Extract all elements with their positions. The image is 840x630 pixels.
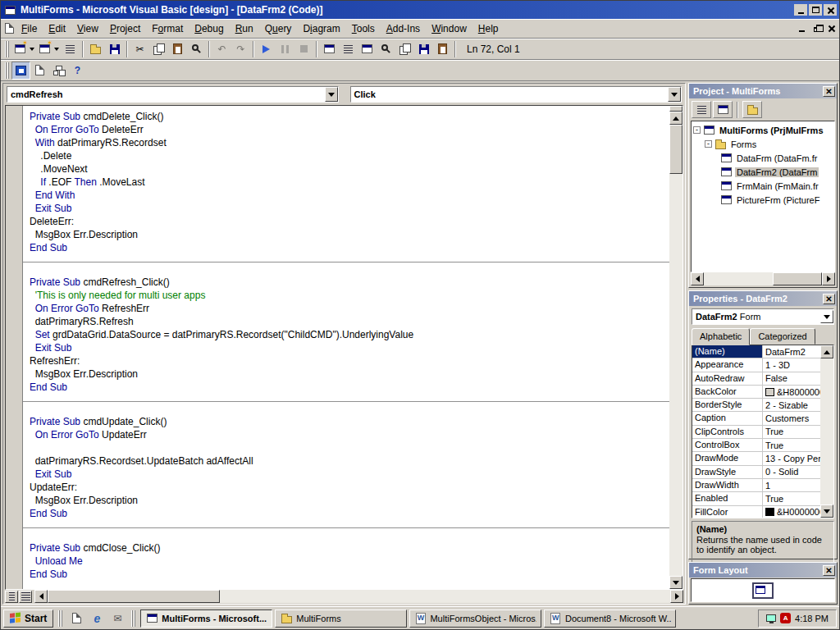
- view-object-button[interactable]: [713, 101, 733, 118]
- project-explorer-button[interactable]: [320, 40, 339, 58]
- taskbar-task-1[interactable]: MultiForms - Microsoft...: [140, 609, 272, 628]
- scrollbar-track[interactable]: [820, 358, 833, 504]
- menu-window[interactable]: Window: [426, 21, 472, 37]
- properties-panel-close-button[interactable]: ✕: [823, 294, 835, 304]
- show-desktop-button[interactable]: [67, 609, 85, 628]
- procedure-view-button[interactable]: [5, 591, 18, 603]
- taskbar-grip[interactable]: [131, 610, 135, 627]
- context-help-button[interactable]: ?: [68, 62, 87, 80]
- tree-item-form[interactable]: FrmMain (FmMain.fr: [693, 179, 834, 193]
- toolbox-button[interactable]: [395, 40, 414, 58]
- tree-item-form[interactable]: DataFrm2 (DataFrm: [693, 165, 834, 179]
- property-row[interactable]: Appearance1 - 3D: [692, 358, 820, 372]
- menu-tools[interactable]: Tools: [346, 21, 381, 37]
- tree-item-form[interactable]: PictureFrm (PictureF: [693, 193, 834, 207]
- taskbar-grip[interactable]: [58, 610, 62, 627]
- menu-editor-button[interactable]: [61, 40, 80, 58]
- active-designer-button[interactable]: [11, 62, 30, 80]
- procedure-dropdown[interactable]: Click: [350, 86, 682, 103]
- object-selector-dropdown[interactable]: DataFrm2 Form: [692, 308, 834, 325]
- form-layout-window-button[interactable]: [358, 40, 377, 58]
- object-dropdown-button[interactable]: [325, 87, 338, 102]
- code-editor[interactable]: Private Sub cmdDelete_Click() On Error G…: [5, 105, 683, 590]
- new-document-button[interactable]: [30, 62, 49, 80]
- scrollbar-track[interactable]: [220, 590, 670, 603]
- project-panel-titlebar[interactable]: Project - MultiForms ✕: [689, 84, 837, 98]
- tree-item-project-root[interactable]: -MultiForms (PrjMulFrms: [693, 123, 834, 137]
- paste-button[interactable]: [168, 40, 187, 58]
- property-row[interactable]: ClipControlsTrue: [692, 426, 820, 439]
- scroll-up-button[interactable]: [820, 345, 833, 358]
- scrollbar-thumb[interactable]: [48, 590, 220, 603]
- scroll-down-button[interactable]: [820, 504, 833, 518]
- undo-button[interactable]: ↶: [212, 40, 231, 58]
- copy-button[interactable]: [149, 40, 168, 58]
- menu-debug[interactable]: Debug: [189, 21, 229, 37]
- display-settings-tray-icon[interactable]: [766, 614, 776, 622]
- form-layout-body[interactable]: [691, 578, 835, 602]
- save-project-button[interactable]: [105, 40, 124, 58]
- tree-item-form[interactable]: DataFrm (DataFm.fr: [693, 151, 834, 165]
- view-code-button[interactable]: [692, 101, 711, 118]
- scroll-left-button[interactable]: [691, 272, 704, 285]
- property-row[interactable]: BackColor&H8000000F&: [692, 386, 820, 399]
- open-project-button[interactable]: [86, 40, 105, 58]
- split-handle[interactable]: [669, 106, 682, 112]
- ati-tray-icon[interactable]: A: [780, 613, 791, 623]
- tree-item-forms-folder[interactable]: -Forms: [693, 137, 834, 151]
- redo-button[interactable]: ↷: [231, 40, 250, 58]
- properties-panel-titlebar[interactable]: Properties - DataFrm2 ✕: [689, 291, 837, 306]
- tab-categorized[interactable]: Categorized: [750, 328, 815, 345]
- menu-format[interactable]: Format: [146, 21, 189, 37]
- property-row[interactable]: DrawMode13 - Copy Pen: [692, 452, 820, 465]
- scrollbar-track[interactable]: [704, 272, 773, 285]
- vertical-scrollbar[interactable]: [669, 106, 682, 589]
- data-view-window-button[interactable]: [414, 40, 433, 58]
- scrollbar-thumb[interactable]: [773, 272, 822, 285]
- child-close-button[interactable]: [824, 23, 838, 34]
- scroll-down-button[interactable]: [669, 576, 682, 589]
- maximize-button[interactable]: [809, 4, 822, 16]
- mdi-child-system-icon[interactable]: [2, 22, 16, 34]
- code-text[interactable]: Private Sub cmdDelete_Click() On Error G…: [23, 106, 669, 589]
- full-module-view-button[interactable]: [19, 591, 32, 603]
- horizontal-scrollbar[interactable]: [34, 590, 683, 603]
- scroll-up-button[interactable]: [669, 112, 682, 125]
- property-row[interactable]: EnabledTrue: [692, 492, 820, 505]
- start-button[interactable]: Start: [3, 609, 53, 628]
- scroll-right-button[interactable]: [670, 590, 683, 603]
- form-layout-titlebar[interactable]: Form Layout ✕: [689, 563, 837, 578]
- menu-diagram[interactable]: Diagram: [297, 21, 345, 37]
- property-row[interactable]: FillColor&H00000000&: [692, 506, 820, 518]
- property-row[interactable]: (Name)DataFrm2: [692, 345, 820, 358]
- menu-file[interactable]: File: [16, 21, 43, 37]
- taskbar-task-2[interactable]: MultiForms: [275, 609, 407, 628]
- property-row[interactable]: DrawStyle0 - Solid: [692, 466, 820, 479]
- object-dropdown[interactable]: cmdRefresh: [7, 86, 339, 103]
- menu-project[interactable]: Project: [104, 21, 146, 37]
- internet-explorer-button[interactable]: e: [88, 609, 106, 628]
- project-tree-hscrollbar[interactable]: [691, 272, 835, 285]
- project-tree[interactable]: -MultiForms (PrjMulFrms-FormsDataFrm (Da…: [691, 121, 835, 272]
- procedure-dropdown-button[interactable]: [668, 87, 681, 102]
- code-margin-indicator-bar[interactable]: [6, 106, 23, 589]
- properties-window-button[interactable]: [339, 40, 358, 58]
- tree-collapse-icon[interactable]: -: [705, 140, 712, 148]
- property-row[interactable]: BorderStyle2 - Sizable: [692, 399, 820, 412]
- visual-component-manager-button[interactable]: [433, 40, 452, 58]
- menu-help[interactable]: Help: [472, 21, 504, 37]
- scroll-right-button[interactable]: [822, 272, 835, 285]
- menu-edit[interactable]: Edit: [43, 21, 71, 37]
- object-selector-button[interactable]: [820, 310, 833, 323]
- project-panel-close-button[interactable]: ✕: [823, 86, 835, 97]
- minimize-button[interactable]: [794, 4, 807, 16]
- menu-view[interactable]: View: [71, 21, 104, 37]
- property-row[interactable]: DrawWidth1: [692, 479, 820, 492]
- object-browser-button[interactable]: [377, 40, 395, 58]
- add-form-button[interactable]: ✶: [36, 40, 61, 58]
- end-button[interactable]: [294, 40, 313, 58]
- cut-button[interactable]: ✂: [130, 40, 149, 58]
- form-layout-close-button[interactable]: ✕: [823, 565, 835, 576]
- outlook-button[interactable]: ✉: [108, 609, 126, 628]
- tab-alphabetic[interactable]: Alphabetic: [692, 328, 750, 345]
